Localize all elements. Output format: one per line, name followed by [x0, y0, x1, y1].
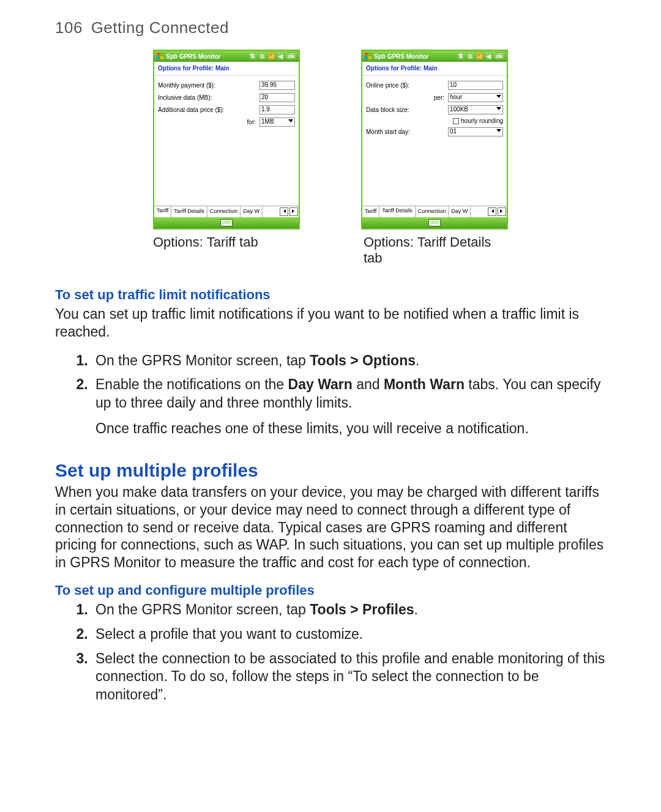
signal-icon[interactable]: 📶: [476, 53, 483, 60]
additional-price-label: Additional data price ($):: [158, 106, 260, 113]
tab-scroll: [279, 206, 299, 217]
subheading-configure-profiles: To set up and configure multiple profile…: [55, 583, 606, 598]
connectivity-icon[interactable]: ⇅: [249, 53, 256, 60]
tab-scroll-left-button[interactable]: [488, 207, 496, 216]
page-header: 106 Getting Connected: [55, 18, 606, 37]
form-body: Monthly payment ($): 39.95 Inclusive dat…: [154, 76, 299, 206]
windows-start-icon[interactable]: [157, 53, 164, 60]
monthly-payment-input[interactable]: 39.95: [260, 81, 295, 90]
chevron-down-icon: [496, 95, 501, 98]
svg-rect-7: [368, 56, 372, 59]
chevron-down-icon: [496, 107, 501, 110]
svg-rect-1: [160, 53, 163, 56]
tab-connection[interactable]: Connection: [207, 206, 241, 217]
tab-day-warn[interactable]: Day W: [241, 206, 263, 217]
screenshots-row: Spb GPRS Monitor ⇅ G 📶 ◀ ok Options for …: [55, 50, 606, 229]
tab-scroll: [487, 206, 507, 217]
steps-configure-profiles: On the GPRS Monitor screen, tap Tools > …: [55, 601, 606, 704]
tab-scroll-left-button[interactable]: [280, 207, 288, 216]
keyboard-icon[interactable]: [220, 219, 233, 226]
section-title: Getting Connected: [91, 18, 229, 37]
ok-button[interactable]: ok: [286, 53, 296, 59]
heading-multiple-profiles: Set up multiple profiles: [55, 460, 606, 481]
month-start-day-label: Month start day:: [366, 129, 448, 135]
tab-tariff-details[interactable]: Tariff Details: [379, 206, 415, 217]
tab-tariff-details[interactable]: Tariff Details: [171, 206, 207, 217]
svg-rect-2: [157, 56, 160, 59]
caption-right: Options: Tariff Details tab: [361, 234, 510, 266]
ok-button[interactable]: ok: [494, 53, 504, 59]
keyboard-icon[interactable]: [428, 219, 441, 226]
heading-traffic-limits: To set up traffic limit notifications: [55, 287, 606, 303]
svg-rect-6: [365, 56, 368, 59]
for-select-value: 1MB: [261, 118, 274, 125]
data-block-size-value: 100KB: [450, 106, 468, 113]
tab-tariff[interactable]: Tariff: [154, 206, 171, 217]
step-1: On the GPRS Monitor screen, tap Tools > …: [92, 601, 606, 619]
page-number: 106: [55, 18, 83, 37]
manual-page: 106 Getting Connected Spb GPRS Monitor ⇅…: [0, 0, 661, 812]
tab-day-warn[interactable]: Day W: [449, 206, 471, 217]
hourly-rounding-checkbox[interactable]: [453, 118, 459, 124]
step-2: Enable the notifications on the Day Warn…: [92, 376, 606, 438]
gprs-icon[interactable]: G: [466, 53, 474, 60]
tab-strip: Tariff Tariff Details Connection Day W: [154, 206, 299, 217]
tab-scroll-right-button[interactable]: [289, 207, 298, 216]
online-price-input[interactable]: 10: [448, 81, 503, 90]
phone-tariff-details-tab: Spb GPRS Monitor ⇅ G 📶 ◀ ok Options for …: [361, 50, 508, 229]
chevron-down-icon: [288, 119, 293, 122]
gprs-icon[interactable]: G: [258, 53, 266, 60]
svg-rect-5: [368, 53, 372, 56]
form-body: Online price ($): 10 per: hour Data bloc…: [362, 76, 507, 206]
tab-connection[interactable]: Connection: [416, 206, 449, 217]
chevron-down-icon: [496, 129, 501, 132]
windows-start-icon[interactable]: [365, 53, 372, 60]
intro-traffic-limits: You can set up traffic limit notificatio…: [55, 305, 606, 341]
per-select[interactable]: hour: [448, 93, 503, 102]
month-start-day-select[interactable]: 01: [448, 127, 503, 136]
connectivity-icon[interactable]: ⇅: [457, 53, 465, 60]
per-label: per:: [366, 94, 448, 101]
app-title: Spb GPRS Monitor: [166, 53, 220, 60]
tab-strip: Tariff Tariff Details Connection Day W: [362, 206, 507, 217]
options-subheader: Options for Profile: Main: [154, 62, 299, 76]
step-3: Select the connection to be associated t…: [92, 650, 606, 705]
step-2-note: Once traffic reaches one of these limits…: [95, 420, 606, 438]
sip-bar: [154, 217, 299, 228]
captions-row: Options: Tariff tab Options: Tariff Deta…: [55, 234, 606, 266]
for-select[interactable]: 1MB: [260, 117, 295, 127]
month-start-day-value: 01: [450, 128, 457, 135]
step-1: On the GPRS Monitor screen, tap Tools > …: [92, 352, 606, 370]
caption-left: Options: Tariff tab: [151, 234, 300, 266]
per-select-value: hour: [450, 94, 462, 100]
monthly-payment-label: Monthly payment ($):: [158, 82, 260, 89]
title-bar: Spb GPRS Monitor ⇅ G 📶 ◀ ok: [362, 51, 507, 62]
sip-bar: [362, 217, 507, 228]
intro-multiple-profiles: When you make data transfers on your dev…: [55, 483, 606, 572]
title-bar: Spb GPRS Monitor ⇅ G 📶 ◀ ok: [154, 51, 299, 62]
data-block-size-label: Data block size:: [366, 106, 448, 113]
volume-icon[interactable]: ◀: [485, 53, 492, 60]
svg-rect-4: [365, 53, 368, 56]
data-block-size-select[interactable]: 100KB: [448, 105, 503, 114]
inclusive-data-input[interactable]: 20: [260, 93, 295, 102]
svg-rect-3: [160, 56, 163, 59]
for-label: for:: [158, 119, 260, 125]
inclusive-data-label: Inclusive data (MB):: [158, 94, 260, 101]
tab-tariff[interactable]: Tariff: [362, 206, 379, 217]
signal-icon[interactable]: 📶: [267, 53, 275, 60]
step-2: Select a profile that you want to custom…: [92, 625, 606, 644]
online-price-label: Online price ($):: [366, 82, 448, 89]
svg-rect-0: [157, 53, 160, 56]
options-subheader: Options for Profile: Main: [362, 62, 507, 76]
tab-scroll-right-button[interactable]: [498, 207, 506, 216]
app-title: Spb GPRS Monitor: [374, 53, 428, 60]
phone-tariff-tab: Spb GPRS Monitor ⇅ G 📶 ◀ ok Options for …: [153, 50, 300, 229]
additional-price-input[interactable]: 1.9: [260, 105, 295, 114]
hourly-rounding-label: hourly rounding: [461, 117, 503, 124]
volume-icon[interactable]: ◀: [277, 53, 284, 60]
steps-traffic-limits: On the GPRS Monitor screen, tap Tools > …: [55, 352, 606, 439]
